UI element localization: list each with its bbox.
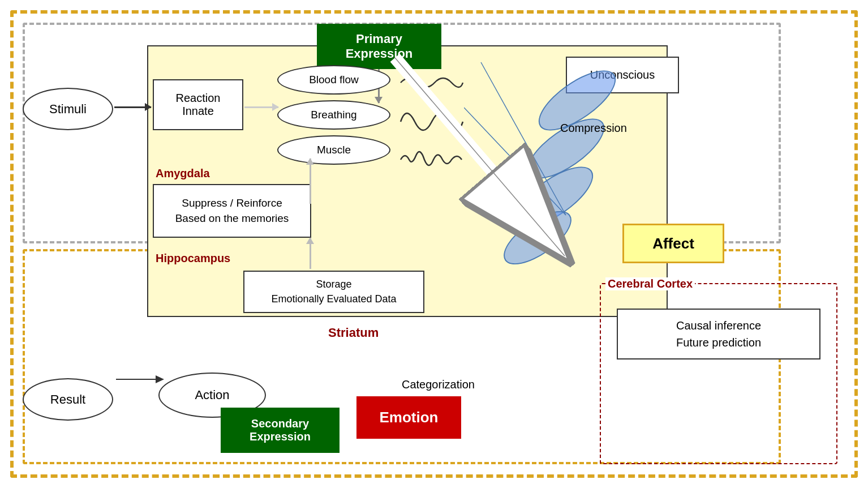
blood-flow-ellipse: Blood flow xyxy=(277,65,390,95)
muscle-ellipse: Muscle xyxy=(277,135,390,165)
suppress-box: Suppress / Reinforce Based on the memori… xyxy=(153,184,311,238)
storage-label-2: Emotionally Evaluated Data xyxy=(271,292,396,306)
amygdala-label: Amygdala xyxy=(156,167,210,180)
suppress-label-2: Based on the memories xyxy=(175,211,289,226)
causal-box: Causal inference Future prediction xyxy=(617,309,820,359)
suppress-label-1: Suppress / Reinforce xyxy=(182,196,282,211)
secondary-expression-box: Secondary Expression xyxy=(221,408,340,453)
hippocampus-text: Hippocampus xyxy=(156,252,230,264)
action-label: Action xyxy=(195,388,229,403)
breathing-label: Breathing xyxy=(311,109,356,121)
affect-label: Affect xyxy=(652,235,694,252)
affect-box: Affect xyxy=(622,224,724,263)
amygdala-text: Amygdala xyxy=(156,167,210,179)
muscle-label: Muscle xyxy=(317,144,351,156)
cerebral-cortex-label: Cerebral Cortex xyxy=(605,277,695,290)
causal-label-2: Future prediction xyxy=(676,334,761,351)
categorization-label: Categorization xyxy=(402,378,475,391)
physio-group: Blood flow Breathing Muscle xyxy=(277,65,407,170)
reaction-label-2: Innate xyxy=(182,105,214,118)
primary-expression-label: Primary Expression xyxy=(346,32,413,61)
stimuli-ellipse: Stimuli xyxy=(23,88,113,130)
reaction-label-1: Reaction xyxy=(176,92,221,105)
emotion-label: Emotion xyxy=(380,409,439,426)
storage-box: Storage Emotionally Evaluated Data xyxy=(243,271,424,313)
breathing-ellipse: Breathing xyxy=(277,100,390,130)
storage-label-1: Storage xyxy=(316,277,351,292)
arrow-suppress-physio xyxy=(310,159,311,204)
compression-text: Compression xyxy=(560,122,627,134)
blood-flow-label: Blood flow xyxy=(309,74,359,86)
arrow-reaction-physio xyxy=(244,106,278,108)
arrow-hippo-suppress xyxy=(310,238,311,269)
categorization-text: Categorization xyxy=(402,378,475,391)
main-diagram: Primary Expression Stimuli Reaction Inna… xyxy=(0,0,868,488)
secondary-expression-label: Secondary Expression xyxy=(250,417,311,443)
primary-expression-box: Primary Expression xyxy=(317,24,441,69)
arrow-stimuli xyxy=(114,106,151,108)
causal-label-1: Causal inference xyxy=(676,317,761,334)
stimuli-label: Stimuli xyxy=(49,102,87,117)
striatum-label: Striatum xyxy=(328,326,379,340)
striatum-text: Striatum xyxy=(328,326,379,340)
result-label: Result xyxy=(50,392,85,407)
cerebral-cortex-text: Cerebral Cortex xyxy=(608,277,693,290)
wavy-lines xyxy=(395,68,469,175)
reaction-box: Reaction Innate xyxy=(153,79,243,130)
result-ellipse: Result xyxy=(23,378,113,421)
emotion-box: Emotion xyxy=(356,396,461,439)
compression-label: Compression xyxy=(560,122,627,135)
hippocampus-label: Hippocampus xyxy=(156,252,230,265)
